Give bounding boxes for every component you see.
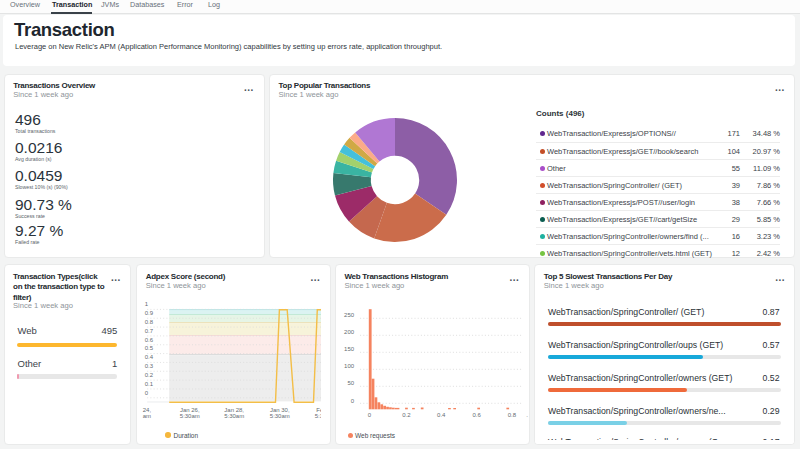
svg-text:am: am xyxy=(143,413,151,419)
svg-text:0.6: 0.6 xyxy=(472,412,481,418)
svg-text:150: 150 xyxy=(344,346,355,352)
svg-text:0.2: 0.2 xyxy=(145,372,154,378)
svg-text:0.4: 0.4 xyxy=(437,412,446,418)
svg-text:5:30am: 5:30am xyxy=(180,413,200,419)
svg-text:200: 200 xyxy=(344,329,355,335)
svg-text:0.2: 0.2 xyxy=(402,412,411,418)
svg-text:0.8: 0.8 xyxy=(508,412,517,418)
svg-text:0.5: 0.5 xyxy=(145,345,154,351)
svg-text:.: . xyxy=(526,412,528,418)
svg-text:0: 0 xyxy=(351,398,355,404)
svg-text:0.9: 0.9 xyxy=(145,310,154,316)
svg-text:5:30am: 5:30am xyxy=(270,413,290,419)
svg-text:250: 250 xyxy=(344,312,355,318)
svg-text:0: 0 xyxy=(145,390,149,396)
svg-text:50: 50 xyxy=(347,380,354,386)
svg-text:0: 0 xyxy=(368,412,372,418)
svg-text:5:30am: 5:30am xyxy=(315,413,321,419)
svg-text:0.1: 0.1 xyxy=(145,381,154,387)
svg-text:0.6: 0.6 xyxy=(145,337,154,343)
svg-text:100: 100 xyxy=(344,363,355,369)
svg-text:0.7: 0.7 xyxy=(145,328,154,334)
svg-text:1: 1 xyxy=(145,301,149,307)
svg-text:0.8: 0.8 xyxy=(145,319,154,325)
svg-text:0.4: 0.4 xyxy=(145,354,154,360)
svg-text:0.3: 0.3 xyxy=(145,363,154,369)
svg-text:5:30am: 5:30am xyxy=(224,413,244,419)
